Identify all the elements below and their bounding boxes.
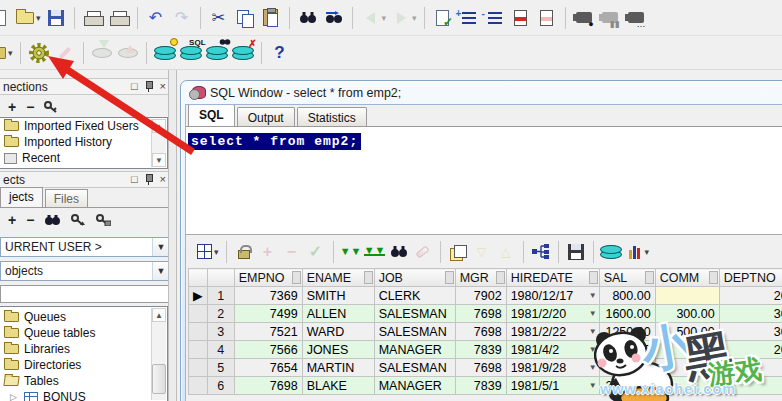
- cell-ename[interactable]: ALLEN: [302, 305, 374, 323]
- tree-item-tables[interactable]: Tables: [0, 373, 167, 389]
- table-row[interactable]: ▶ 1 7369 SMITH CLERK 7902 1980/12/17▼ 80…: [189, 287, 782, 305]
- scroll-up-icon[interactable]: ▲: [152, 119, 166, 133]
- cell-mgr[interactable]: 7698: [455, 323, 506, 341]
- grid-layout-icon[interactable]: [192, 240, 216, 264]
- execute-session-icon[interactable]: [152, 40, 178, 66]
- panel-maximize-icon[interactable]: □: [131, 174, 138, 185]
- cell-empno[interactable]: 7698: [234, 377, 302, 395]
- scroll-down-icon[interactable]: ▼: [152, 153, 166, 167]
- print-icon[interactable]: [80, 5, 106, 31]
- export-db-icon[interactable]: [599, 240, 623, 264]
- column-header-comm[interactable]: COMM: [655, 269, 719, 287]
- indent-icon[interactable]: +: [456, 5, 482, 31]
- scroll-thumb[interactable]: [152, 364, 166, 394]
- column-header-ename[interactable]: ENAME: [302, 269, 374, 287]
- sql-selected-text[interactable]: select * from emp2;: [188, 133, 361, 150]
- tree-item-recent[interactable]: Recent: [0, 150, 167, 166]
- cell-sal[interactable]: 1250.00: [599, 323, 655, 341]
- find-icon[interactable]: [295, 5, 321, 31]
- save-icon[interactable]: [43, 5, 69, 31]
- cell-comm[interactable]: [655, 287, 719, 305]
- lock-icon[interactable]: [232, 240, 256, 264]
- browse-session-icon[interactable]: [204, 40, 230, 66]
- chart-icon[interactable]: [623, 240, 647, 264]
- table-row[interactable]: 6 7698 BLAKE MANAGER 7839 1981/5/1▼ 2850…: [189, 377, 782, 395]
- cell-job[interactable]: SALESMAN: [374, 323, 455, 341]
- expand-object-icon[interactable]: +: [8, 213, 16, 227]
- preferences-gear-icon[interactable]: [26, 40, 52, 66]
- redo-icon[interactable]: ↷: [169, 5, 195, 31]
- cell-job[interactable]: SALESMAN: [374, 305, 455, 323]
- object-search-input[interactable]: [0, 285, 170, 303]
- cell-deptno[interactable]: 30: [719, 323, 782, 341]
- column-header-hiredate[interactable]: HIREDATE: [506, 269, 599, 287]
- cell-hiredate[interactable]: 1981/5/1▼: [506, 377, 599, 395]
- tab-sql[interactable]: SQL: [188, 104, 235, 126]
- navigate-forward-dropdown-icon[interactable]: ▾: [412, 13, 417, 23]
- paste-icon[interactable]: [258, 5, 284, 31]
- play-macro-icon[interactable]: ▮▮: [597, 5, 623, 31]
- tree-item-queues[interactable]: Queues: [0, 309, 167, 325]
- rollback-icon[interactable]: [115, 40, 141, 66]
- fetch-next-page-icon[interactable]: ▼▼: [339, 240, 363, 264]
- key-box-icon[interactable]: [96, 214, 111, 226]
- cell-sal[interactable]: 2850.00: [599, 377, 655, 395]
- column-header-sal[interactable]: SAL: [599, 269, 655, 287]
- tree-item-libraries[interactable]: Libraries: [0, 341, 167, 357]
- cell-sal[interactable]: 800.00: [599, 287, 655, 305]
- print-preview-icon[interactable]: [106, 5, 132, 31]
- sort-ascending-icon[interactable]: △: [494, 240, 518, 264]
- cell-empno[interactable]: 7499: [234, 305, 302, 323]
- cell-ename[interactable]: MARTIN: [302, 359, 374, 377]
- undo-icon[interactable]: ↶: [143, 5, 169, 31]
- cell-sal[interactable]: 2975.00: [599, 341, 655, 359]
- add-breakpoint-icon[interactable]: [508, 5, 534, 31]
- cell-empno[interactable]: 7369: [234, 287, 302, 305]
- navigate-back-icon[interactable]: [358, 5, 384, 31]
- cell-hiredate[interactable]: 1980/12/17▼: [506, 287, 599, 305]
- commit-icon[interactable]: [89, 40, 115, 66]
- panel-pin-icon[interactable]: [145, 81, 153, 92]
- cell-comm[interactable]: [655, 377, 719, 395]
- chevron-down-icon[interactable]: ▼: [152, 238, 169, 256]
- remove-connection-icon[interactable]: −: [26, 100, 34, 114]
- copy-results-icon[interactable]: [446, 240, 470, 264]
- column-grip[interactable]: [709, 271, 718, 284]
- new-sql-window-icon[interactable]: SQL: [178, 40, 204, 66]
- panel-close-icon[interactable]: ×: [160, 81, 166, 92]
- delete-row-icon[interactable]: −: [280, 240, 304, 264]
- column-header-mgr[interactable]: MGR: [455, 269, 506, 287]
- tab-output[interactable]: Output: [237, 107, 295, 126]
- cell-hiredate[interactable]: 1981/2/22▼: [506, 323, 599, 341]
- cell-mgr[interactable]: 7902: [455, 287, 506, 305]
- column-grip[interactable]: [364, 271, 373, 284]
- cell-comm[interactable]: 500.00: [655, 323, 719, 341]
- objects-scrollbar[interactable]: ▲: [151, 308, 166, 400]
- table-row[interactable]: 5 7654 MARTIN SALESMAN 7698 1981/9/28▼ 1…: [189, 359, 782, 377]
- sql-editor[interactable]: select * from emp2;: [186, 127, 782, 235]
- session-mode-icon[interactable]: [0, 40, 10, 66]
- column-grip[interactable]: [292, 271, 301, 284]
- cell-job[interactable]: MANAGER: [374, 377, 455, 395]
- current-user-dropdown[interactable]: URRENT USER > ▼: [0, 237, 170, 257]
- column-header-job[interactable]: JOB: [374, 269, 455, 287]
- fetch-last-page-icon[interactable]: ▼▼: [363, 240, 387, 264]
- date-dropdown-icon[interactable]: ▼: [589, 327, 597, 336]
- date-dropdown-icon[interactable]: ▼: [589, 345, 597, 354]
- tree-item-imported-fixed-users[interactable]: Imported Fixed Users: [0, 118, 167, 134]
- expander-icon[interactable]: ▷: [10, 392, 19, 401]
- dock-splitter[interactable]: [168, 70, 177, 401]
- panel-maximize-icon[interactable]: □: [131, 81, 138, 92]
- tree-item-queue-tables[interactable]: Queue tables: [0, 325, 167, 341]
- cell-deptno[interactable]: 20: [719, 287, 782, 305]
- cell-deptno[interactable]: [719, 359, 782, 377]
- column-grip[interactable]: [445, 271, 454, 284]
- cell-ename[interactable]: JONES: [302, 341, 374, 359]
- refresh-session-icon[interactable]: ✗: [230, 40, 256, 66]
- test-script-icon[interactable]: [430, 5, 456, 31]
- record-macro-icon[interactable]: ●: [571, 5, 597, 31]
- clear-icon[interactable]: [411, 240, 435, 264]
- cell-comm[interactable]: [655, 341, 719, 359]
- cell-mgr[interactable]: 7698: [455, 359, 506, 377]
- copy-icon[interactable]: [232, 5, 258, 31]
